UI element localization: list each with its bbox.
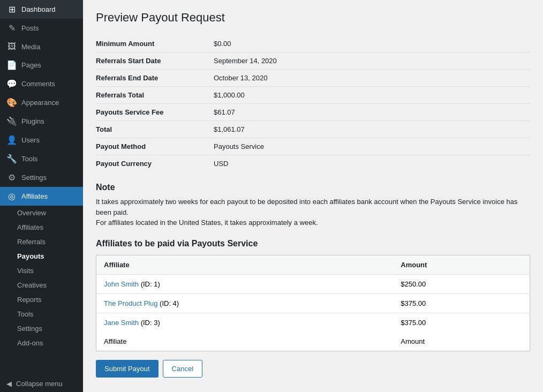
table-header-row: Affiliate Amount [96, 255, 530, 274]
users-icon: 👤 [6, 135, 17, 145]
note-section: Note It takes approximately two weeks fo… [96, 183, 530, 228]
settings-icon: ⚙ [6, 172, 17, 183]
comments-icon: 💬 [6, 79, 17, 89]
table-row: The Product Plug (ID: 4)$375.00 [96, 293, 530, 313]
detail-value-referrals-start: September 14, 2020 [214, 57, 277, 65]
submenu-visits[interactable]: Visits [0, 263, 83, 278]
submenu-creatives[interactable]: Creatives [0, 278, 83, 292]
detail-row-service-fee: Payouts Service Fee $61.07 [96, 104, 530, 121]
detail-value-payout-currency: USD [214, 160, 228, 168]
sidebar-item-media[interactable]: 🖼 Media [0, 37, 83, 56]
submenu-settings[interactable]: Settings [0, 321, 83, 336]
affiliates-section: Affiliates to be paid via Payouts Servic… [96, 239, 530, 351]
sidebar-item-dashboard[interactable]: ⊞ Dashboard [0, 0, 83, 19]
detail-label-referrals-total: Referrals Total [96, 91, 214, 99]
detail-label-total: Total [96, 125, 214, 133]
sidebar: ⊞ Dashboard ✎ Posts 🖼 Media 📄 Pages 💬 Co… [0, 0, 83, 392]
sidebar-item-plugins[interactable]: 🔌 Plugins [0, 112, 83, 131]
sidebar-item-label: Tools [21, 155, 37, 163]
detail-row-minimum-amount: Minimum Amount $0.00 [96, 35, 530, 52]
sidebar-item-appearance[interactable]: 🎨 Appearance [0, 93, 83, 112]
detail-row-referrals-total: Referrals Total $1,000.00 [96, 87, 530, 104]
sidebar-item-label: Plugins [21, 117, 44, 125]
collapse-label: Collapse menu [16, 380, 63, 388]
main-content: Preview Payout Request Minimum Amount $0… [83, 0, 543, 392]
detail-row-payout-method: Payout Method Payouts Service [96, 138, 530, 155]
payout-table: Affiliate Amount John Smith (ID: 1)$250.… [96, 255, 530, 351]
page-title: Preview Payout Request [96, 11, 530, 25]
sidebar-item-label: Settings [21, 174, 47, 182]
sidebar-item-label: Appearance [21, 99, 59, 107]
cell-affiliate-amount: $375.00 [393, 293, 530, 313]
submenu-payouts[interactable]: Payouts [0, 249, 83, 263]
detail-row-referrals-end: Referrals End Date October 13, 2020 [96, 70, 530, 87]
sidebar-item-tools[interactable]: 🔧 Tools [0, 149, 83, 168]
submit-payout-button[interactable]: Submit Payout [96, 360, 159, 378]
plugins-icon: 🔌 [6, 116, 17, 126]
detail-value-minimum-amount: $0.00 [214, 40, 231, 48]
detail-row-payout-currency: Payout Currency USD [96, 155, 530, 172]
tools-icon: 🔧 [6, 154, 17, 164]
sidebar-item-label: Comments [21, 80, 55, 88]
posts-icon: ✎ [6, 23, 17, 33]
cell-affiliate-name: John Smith (ID: 1) [96, 274, 394, 293]
detail-value-payout-method: Payouts Service [214, 142, 264, 150]
detail-value-referrals-total: $1,000.00 [214, 91, 245, 99]
sidebar-item-label: Pages [21, 61, 41, 69]
table-row: Jane Smith (ID: 3)$375.00 [96, 313, 530, 332]
submenu-addons[interactable]: Add-ons [0, 336, 83, 350]
detail-row-referrals-start: Referrals Start Date September 14, 2020 [96, 52, 530, 70]
detail-value-total: $1,061.07 [214, 125, 245, 133]
cell-affiliate-amount: $375.00 [393, 313, 530, 332]
col-amount: Amount [393, 255, 530, 274]
collapse-icon: ◀ [6, 380, 12, 388]
cell-affiliate-name: Jane Smith (ID: 3) [96, 313, 394, 332]
dashboard-icon: ⊞ [6, 4, 17, 14]
sidebar-item-label: Media [21, 43, 40, 51]
col-affiliate: Affiliate [96, 255, 394, 274]
detail-label-payout-method: Payout Method [96, 142, 214, 150]
footer-amount-label: Amount [393, 332, 530, 351]
detail-label-minimum-amount: Minimum Amount [96, 40, 214, 48]
detail-value-service-fee: $61.07 [214, 108, 235, 116]
note-line2: For affiliates located in the United Sta… [96, 217, 530, 228]
affiliate-link[interactable]: John Smith [104, 280, 139, 288]
sidebar-item-label: Users [21, 136, 40, 144]
sidebar-item-affiliates[interactable]: ◎ Affiliates [0, 187, 83, 206]
detail-label-referrals-start: Referrals Start Date [96, 57, 214, 65]
submenu-overview[interactable]: Overview [0, 206, 83, 220]
detail-row-total: Total $1,061.07 [96, 121, 530, 138]
sidebar-item-comments[interactable]: 💬 Comments [0, 74, 83, 93]
submenu-reports[interactable]: Reports [0, 292, 83, 307]
submenu-referrals[interactable]: Referrals [0, 235, 83, 249]
pages-icon: 📄 [6, 60, 17, 70]
note-heading: Note [96, 183, 530, 192]
sidebar-item-settings[interactable]: ⚙ Settings [0, 168, 83, 187]
note-line1: It takes approximately two weeks for eac… [96, 197, 530, 217]
media-icon: 🖼 [6, 42, 17, 51]
sidebar-item-pages[interactable]: 📄 Pages [0, 56, 83, 74]
sidebar-item-posts[interactable]: ✎ Posts [0, 19, 83, 37]
detail-label-payout-currency: Payout Currency [96, 160, 214, 168]
affiliates-icon: ◎ [6, 191, 17, 201]
submenu-tools[interactable]: Tools [0, 307, 83, 321]
sidebar-item-users[interactable]: 👤 Users [0, 131, 83, 149]
cell-affiliate-amount: $250.00 [393, 274, 530, 293]
cell-affiliate-name: The Product Plug (ID: 4) [96, 293, 394, 313]
table-footer-row: Affiliate Amount [96, 332, 530, 351]
detail-table: Minimum Amount $0.00 Referrals Start Dat… [96, 35, 530, 172]
actions: Submit Payout Cancel [96, 360, 530, 378]
footer-affiliate-label: Affiliate [96, 332, 394, 351]
collapse-menu[interactable]: ◀ Collapse menu [0, 375, 83, 392]
sidebar-item-label: Posts [21, 24, 39, 32]
submenu-affiliates[interactable]: Affiliates [0, 220, 83, 235]
detail-value-referrals-end: October 13, 2020 [214, 74, 267, 82]
affiliates-heading: Affiliates to be paid via Payouts Servic… [96, 239, 530, 248]
table-row: John Smith (ID: 1)$250.00 [96, 274, 530, 293]
affiliate-link[interactable]: The Product Plug [104, 299, 157, 307]
affiliate-link[interactable]: Jane Smith [104, 319, 139, 327]
affiliates-submenu: Overview Affiliates Referrals Payouts Vi… [0, 206, 83, 350]
detail-label-referrals-end: Referrals End Date [96, 74, 214, 82]
cancel-button[interactable]: Cancel [163, 360, 202, 378]
appearance-icon: 🎨 [6, 97, 17, 108]
